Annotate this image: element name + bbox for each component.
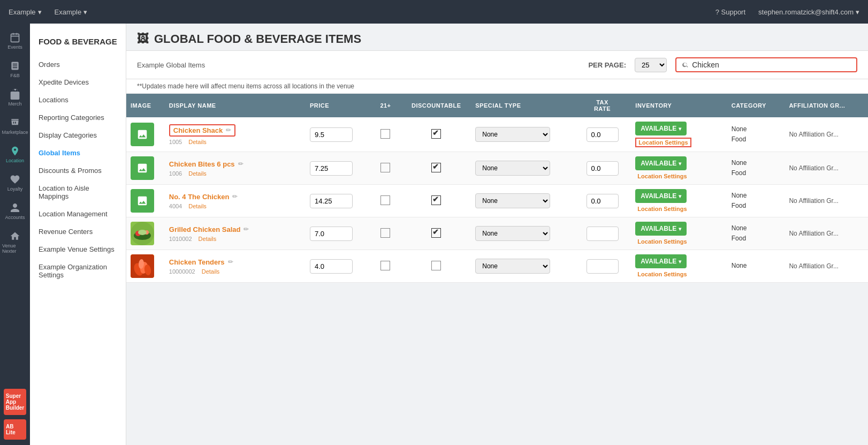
tenders-image-svg (131, 254, 154, 278)
price-input[interactable] (310, 259, 353, 274)
special-type-select[interactable]: None (475, 193, 550, 208)
sidebar-item-merch[interactable]: Merch (0, 85, 30, 111)
tax-rate-input[interactable] (587, 194, 619, 208)
checkbox-21[interactable] (380, 261, 390, 270)
item-21-cell (370, 217, 402, 250)
item-details-link[interactable]: Details (188, 203, 207, 209)
item-tax-rate-cell (574, 185, 631, 217)
special-type-select[interactable]: None (475, 127, 550, 142)
location-settings-link[interactable]: Location Settings (635, 172, 689, 180)
sidebar-item-fb[interactable]: F&B (0, 56, 30, 82)
checkbox-discountable[interactable] (431, 129, 441, 139)
sidebar-item-venue-nexter[interactable]: Venue Nexter (0, 227, 30, 258)
tax-rate-input[interactable] (587, 161, 619, 176)
price-input[interactable] (310, 161, 353, 176)
left-nav-location-aisle-mappings[interactable]: Location to Aisle Mappings (30, 179, 126, 205)
availability-button[interactable]: AVAILABLE ▾ (635, 222, 687, 236)
location-settings-link[interactable]: Location Settings (635, 205, 689, 213)
left-nav-venue-settings[interactable]: Example Venue Settings (30, 240, 126, 258)
availability-button[interactable]: AVAILABLE ▾ (635, 254, 687, 268)
item-details-link[interactable]: Details (202, 268, 220, 275)
availability-button[interactable]: AVAILABLE ▾ (635, 122, 687, 135)
special-type-select[interactable]: None (475, 226, 550, 241)
checkbox-discountable[interactable] (431, 228, 441, 238)
top-nav-example1[interactable]: Example ▾ (9, 8, 42, 16)
item-details-link[interactable]: Details (199, 236, 217, 242)
item-name-cell: Chicken Shack ✏ 1005 Details (165, 117, 306, 152)
checkbox-21[interactable] (380, 195, 390, 205)
item-image-placeholder (131, 156, 154, 180)
sidebar-item-loyalty[interactable]: Loyalty (0, 170, 30, 196)
left-nav-title: FOOD & BEVERAGE (30, 32, 126, 56)
top-nav: Example ▾ Example ▾ ? Support stephen.ro… (0, 0, 868, 24)
table-container: IMAGE DISPLAY NAME PRICE 21+ DISCOUNTABL… (126, 94, 868, 445)
item-name-link[interactable]: No. 4 The Chicken (169, 193, 230, 201)
table-row: Chicken Shack ✏ 1005 Details (126, 117, 868, 152)
table-row: Chicken Tenders ✏ 10000002 Details (126, 250, 868, 283)
sidebar-item-events[interactable]: Events (0, 28, 30, 54)
item-name-cell: Chicken Bites 6 pcs ✏ 1006 Details (165, 152, 306, 185)
tax-rate-input[interactable] (587, 259, 619, 274)
item-name-link[interactable]: Chicken Tenders (169, 258, 225, 266)
item-edit-icon[interactable]: ✏ (228, 258, 233, 266)
sidebar-item-ab-lite[interactable]: AB Lite (4, 419, 26, 440)
checkbox-discountable[interactable] (431, 195, 441, 205)
item-name-link[interactable]: Chicken Bites 6 pcs (169, 160, 235, 168)
price-input[interactable] (310, 194, 353, 208)
item-edit-icon[interactable]: ✏ (243, 225, 249, 233)
left-nav-discounts-promos[interactable]: Discounts & Promos (30, 162, 126, 179)
item-edit-icon[interactable]: ✏ (226, 126, 231, 134)
left-nav-location-management[interactable]: Location Management (30, 205, 126, 223)
category-line2: Food (732, 233, 781, 244)
item-image-placeholder (131, 123, 154, 146)
location-settings-link[interactable]: Location Settings (635, 270, 689, 278)
price-input[interactable] (310, 127, 353, 142)
checkbox-21[interactable] (380, 228, 390, 238)
price-input[interactable] (310, 227, 353, 241)
left-nav-display-categories[interactable]: Display Categories (30, 126, 126, 144)
user-menu[interactable]: stephen.romatzick@shift4.com ▾ (758, 8, 859, 16)
checkbox-21[interactable] (380, 129, 390, 139)
item-edit-icon[interactable]: ✏ (238, 160, 243, 168)
page-title-icon: 🖼 (137, 32, 149, 46)
tax-rate-input[interactable] (587, 227, 619, 241)
left-nav-revenue-centers[interactable]: Revenue Centers (30, 223, 126, 240)
left-nav-reporting-categories[interactable]: Reporting Categories (30, 109, 126, 126)
col-header-name: DISPLAY NAME (165, 94, 306, 117)
item-price-cell (306, 185, 370, 217)
location-settings-link[interactable]: Location Settings (635, 238, 689, 245)
item-edit-icon[interactable]: ✏ (232, 193, 238, 200)
sidebar-item-marketplace[interactable]: Marketplace (0, 113, 30, 139)
left-nav-locations[interactable]: Locations (30, 91, 126, 109)
special-type-select[interactable]: None (475, 259, 550, 274)
sidebar-item-location[interactable]: Location (0, 141, 30, 168)
col-header-affiliation: AFFILIATION GR... (785, 94, 868, 117)
left-nav-global-items[interactable]: Global Items (30, 144, 126, 162)
left-nav-xpedite-devices[interactable]: Xpedite Devices (30, 73, 126, 91)
item-details-link[interactable]: Details (188, 170, 207, 177)
special-type-select[interactable]: None (475, 161, 550, 176)
item-name-link[interactable]: Chicken Shack (173, 126, 223, 134)
left-nav-org-settings[interactable]: Example Organization Settings (30, 258, 126, 284)
availability-button[interactable]: AVAILABLE ▾ (635, 189, 687, 203)
location-settings-link[interactable]: Location Settings (635, 138, 691, 147)
item-details-link[interactable]: Details (188, 139, 207, 145)
tax-rate-input[interactable] (587, 127, 619, 142)
sidebar-item-super-app-builder[interactable]: Super App Builder (4, 389, 26, 415)
category-line1: None (732, 124, 781, 134)
table-row: No. 4 The Chicken ✏ 4004 Details (126, 185, 868, 217)
item-name-link[interactable]: Grilled Chicken Salad (169, 225, 241, 233)
items-table: IMAGE DISPLAY NAME PRICE 21+ DISCOUNTABL… (126, 94, 868, 283)
checkbox-discountable[interactable] (431, 163, 441, 172)
search-input[interactable] (692, 61, 851, 69)
support-link[interactable]: ? Support (715, 8, 745, 16)
sidebar-item-accounts[interactable]: Accounts (0, 198, 30, 224)
salad-image-svg (131, 222, 154, 245)
item-price-cell (306, 152, 370, 185)
left-nav-orders[interactable]: Orders (30, 56, 126, 73)
checkbox-discountable[interactable] (431, 261, 441, 270)
top-nav-example2[interactable]: Example ▾ (55, 8, 88, 16)
per-page-select[interactable]: 10 25 50 100 (635, 58, 667, 72)
checkbox-21[interactable] (380, 163, 390, 172)
availability-button[interactable]: AVAILABLE ▾ (635, 156, 687, 170)
